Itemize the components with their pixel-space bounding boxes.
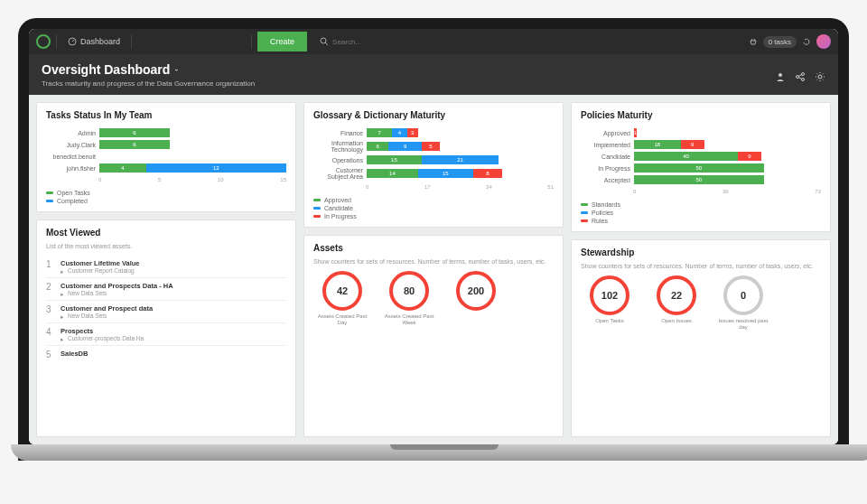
list-item[interactable]: 5 SalesDB xyxy=(46,345,286,363)
bar-label: Judy.Clark xyxy=(46,142,96,148)
dataset-icon: ▸ xyxy=(61,336,66,341)
document-icon[interactable] xyxy=(170,37,181,46)
bar-label: john.fisher xyxy=(46,165,96,172)
bar-segment: 21 xyxy=(422,155,499,164)
brush-icon[interactable] xyxy=(202,37,213,46)
laptop-base xyxy=(11,444,867,461)
chevron-down-icon[interactable]: › xyxy=(172,69,181,71)
item-primary: Customer and Prospect data xyxy=(61,304,153,313)
gear-icon[interactable] xyxy=(235,37,246,46)
nav-dashboard[interactable]: Dashboard xyxy=(62,33,126,50)
bar-segment: 12 xyxy=(146,163,286,173)
bar-label: Finance xyxy=(313,130,363,136)
basket-icon[interactable] xyxy=(749,37,758,46)
card-title: Policies Maturity xyxy=(581,110,821,120)
logo-icon[interactable] xyxy=(36,34,51,49)
bar-segment: 4 xyxy=(99,163,146,173)
bar-row: Information Technology 695 xyxy=(313,140,554,153)
swatch-blue-icon xyxy=(581,211,588,214)
list-item[interactable]: 2 Customer and Prospects Data - HA ▸New … xyxy=(46,277,286,300)
card-desc: Show counters for sets of resources. Num… xyxy=(313,258,554,266)
list-icon[interactable] xyxy=(219,37,229,46)
bar-segment: 9 xyxy=(738,152,761,161)
tree-icon[interactable] xyxy=(154,37,164,46)
bar-segment: 6 xyxy=(99,140,170,149)
counter[interactable]: 22 Open Issues xyxy=(648,275,705,330)
create-button[interactable]: Create xyxy=(257,32,307,51)
list-item[interactable]: 3 Customer and Prospect data ▸New Data S… xyxy=(46,300,286,322)
counter[interactable]: 0 Issues resolved past day xyxy=(714,275,772,330)
user-icon[interactable] xyxy=(775,70,786,80)
card-title: Stewardship xyxy=(581,247,821,257)
card-tasks-status: Tasks Status In My Team Admin 6 Judy.Cla… xyxy=(36,102,296,212)
svg-line-19 xyxy=(798,74,802,76)
refresh-icon[interactable] xyxy=(186,37,197,46)
donut-ring: 102 xyxy=(590,275,629,315)
title-actions xyxy=(775,70,825,80)
swatch-red-icon xyxy=(313,215,321,218)
tasks-pill[interactable]: 0 tasks xyxy=(763,36,797,48)
top-nav: Dashboard Create 0 tasks xyxy=(29,29,838,54)
swatch-blue-icon xyxy=(313,207,321,210)
svg-line-20 xyxy=(798,77,802,79)
bar-segment: 9 xyxy=(681,140,704,149)
card-title: Most Viewed xyxy=(46,228,286,238)
swatch-blue-icon xyxy=(46,200,53,202)
bar-row: In Progress 50 xyxy=(581,163,821,173)
bar-row: Admin 6 xyxy=(46,128,286,137)
bar-track: 14158 xyxy=(367,169,554,178)
rank: 1 xyxy=(46,259,55,274)
card-title: Glossary & Dictionary Maturity xyxy=(313,110,554,120)
counter[interactable]: 102 Open Tasks xyxy=(581,275,639,330)
bar-label: benedict.benoit xyxy=(46,154,96,160)
dashboard-grid: Tasks Status In My Team Admin 6 Judy.Cla… xyxy=(29,95,838,444)
bar-segment: 9 xyxy=(388,142,422,151)
legend: Approved Candidate In Progress xyxy=(313,197,554,219)
counter[interactable]: 80 Assets Created Past Week xyxy=(380,271,438,325)
svg-line-14 xyxy=(325,42,328,45)
title-bar: Oversight Dashboard › Tracks maturity an… xyxy=(29,54,838,95)
user-avatar[interactable] xyxy=(816,34,831,49)
list-item[interactable]: 4 Prospects ▸Customer-prospects Data Ha xyxy=(46,322,286,345)
bar-track xyxy=(99,152,286,161)
nav-separator xyxy=(251,34,252,49)
page-subtitle: Tracks maturity and progress of the Data… xyxy=(42,79,775,88)
bar-label: Operations xyxy=(313,157,363,163)
item-primary: Customer Lifetime Value xyxy=(61,259,140,267)
share-icon[interactable] xyxy=(795,70,806,80)
swatch-red-icon xyxy=(581,219,588,222)
screen: Dashboard Create 0 tasks xyxy=(29,29,838,444)
bar-row: Implemented 189 xyxy=(581,140,821,149)
refresh-small-icon[interactable] xyxy=(802,37,811,46)
bar-segment: 50 xyxy=(634,163,764,173)
bar-track: 189 xyxy=(634,140,821,149)
search-icon xyxy=(320,37,329,46)
dataset-icon: ▸ xyxy=(61,313,66,319)
donut-ring: 200 xyxy=(456,271,496,311)
card-desc: List of the most viewed assets. xyxy=(46,243,286,250)
list-item[interactable]: 1 Customer Lifetime Value ▸Customer Repo… xyxy=(46,256,286,277)
bar-segment: 5 xyxy=(422,142,440,151)
legend: Standards Policies Rules xyxy=(581,201,821,224)
card-glossary: Glossary & Dictionary Maturity Finance 7… xyxy=(303,102,564,228)
bar-label: Admin xyxy=(46,130,96,136)
window-icon[interactable] xyxy=(137,37,148,46)
bar-track: 1 xyxy=(634,128,821,137)
item-secondary: ▸Customer-prospects Data Ha xyxy=(61,335,144,341)
search-box[interactable] xyxy=(312,37,743,46)
bar-track: 409 xyxy=(634,152,821,161)
bar-row: Candidate 409 xyxy=(581,152,821,161)
counter[interactable]: 42 Assets Created Past Day xyxy=(313,271,371,325)
bar-segment: 1 xyxy=(634,128,637,137)
nav-separator xyxy=(131,34,132,49)
counter[interactable]: 200 xyxy=(447,271,505,325)
bar-row: Judy.Clark 6 xyxy=(46,140,286,149)
search-input[interactable] xyxy=(332,38,427,46)
bar-track: 6 xyxy=(99,128,286,137)
bar-label: Customer Subject Area xyxy=(313,167,363,180)
bar-segment: 6 xyxy=(99,128,170,137)
settings-icon[interactable] xyxy=(815,70,825,80)
bar-row: Accepted 50 xyxy=(581,175,821,184)
bar-segment: 50 xyxy=(634,175,764,184)
dataset-icon: ▸ xyxy=(61,268,66,274)
